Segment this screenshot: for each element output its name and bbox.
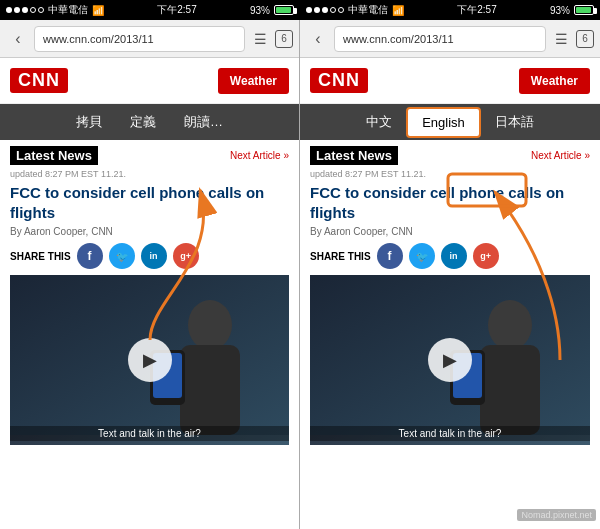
back-button-left[interactable]: ‹ xyxy=(6,27,30,51)
video-thumb-left[interactable]: ▶ Text and talk in the air? xyxy=(10,275,289,445)
time-left: 下午2:57 xyxy=(157,3,196,17)
svg-point-2 xyxy=(188,300,232,350)
context-english-right[interactable]: English xyxy=(406,107,481,138)
svg-rect-3 xyxy=(180,345,240,435)
section-label-left: Latest News xyxy=(10,146,98,165)
video-caption-right: Text and talk in the air? xyxy=(310,426,590,441)
next-article-left[interactable]: Next Article » xyxy=(230,150,289,161)
news-content-left: Latest News Next Article » updated 8:27 … xyxy=(0,140,299,529)
share-row-right: SHARE THIS f 🐦 in g+ xyxy=(310,243,590,269)
video-caption-left: Text and talk in the air? xyxy=(10,426,289,441)
cnn-header-left: CNN Weather xyxy=(0,58,299,104)
context-chinese-right[interactable]: 中文 xyxy=(352,107,406,137)
context-copy-left[interactable]: 拷貝 xyxy=(62,107,116,137)
share-label-left: SHARE THIS xyxy=(10,251,71,262)
signal-dots-right xyxy=(306,7,344,13)
menu-icon-right[interactable]: ☰ xyxy=(550,28,572,50)
url-bar-left[interactable]: www.cnn.com/2013/11 xyxy=(34,26,245,52)
battery-left: 93% xyxy=(250,5,270,16)
share-label-right: SHARE THIS xyxy=(310,251,371,262)
weather-button-left[interactable]: Weather xyxy=(218,68,289,94)
facebook-btn-left[interactable]: f xyxy=(77,243,103,269)
updated-text-right: updated 8:27 PM EST 11.21. xyxy=(310,169,590,179)
url-text-right: www.cnn.com/2013/11 xyxy=(343,33,454,45)
facebook-btn-right[interactable]: f xyxy=(377,243,403,269)
twitter-btn-left[interactable]: 🐦 xyxy=(109,243,135,269)
battery-icon-left xyxy=(274,5,294,15)
weather-button-right[interactable]: Weather xyxy=(519,68,590,94)
linkedin-btn-left[interactable]: in xyxy=(141,243,167,269)
share-row-left: SHARE THIS f 🐦 in g+ xyxy=(10,243,289,269)
wifi-icon-right: 📶 xyxy=(392,5,404,16)
gplus-btn-left[interactable]: g+ xyxy=(173,243,199,269)
tabs-icon-left[interactable]: 6 xyxy=(275,30,293,48)
tabs-icon-right[interactable]: 6 xyxy=(576,30,594,48)
menu-icon-left[interactable]: ☰ xyxy=(249,28,271,50)
battery-right: 93% xyxy=(550,5,570,16)
carrier-right: 中華電信 xyxy=(348,3,388,17)
phone-panel-right: ‹ www.cnn.com/2013/11 ☰ 6 CNN Weather 中文… xyxy=(300,20,600,529)
time-right: 下午2:57 xyxy=(457,3,496,17)
context-read-left[interactable]: 朗讀… xyxy=(170,107,237,137)
watermark: Nomad.pixnet.net xyxy=(517,509,596,521)
svg-point-8 xyxy=(488,300,532,350)
cnn-header-right: CNN Weather xyxy=(300,58,600,104)
news-content-right: Latest News Next Article » updated 8:27 … xyxy=(300,140,600,529)
article-title-right: FCC to consider cell phone calls on flig… xyxy=(310,183,590,222)
cnn-logo-right[interactable]: CNN xyxy=(310,68,368,93)
back-button-right[interactable]: ‹ xyxy=(306,27,330,51)
updated-text-left: updated 8:27 PM EST 11.21. xyxy=(10,169,289,179)
context-japanese-right[interactable]: 日本語 xyxy=(481,107,548,137)
phone-panel-left: ‹ www.cnn.com/2013/11 ☰ 6 CNN Weather 拷貝… xyxy=(0,20,300,529)
carrier-left: 中華電信 xyxy=(48,3,88,17)
context-menu-left: 拷貝 定義 朗讀… xyxy=(0,104,299,140)
address-bar-left: ‹ www.cnn.com/2013/11 ☰ 6 xyxy=(0,20,299,58)
url-bar-right[interactable]: www.cnn.com/2013/11 xyxy=(334,26,546,52)
play-button-right[interactable]: ▶ xyxy=(428,338,472,382)
context-menu-right: 中文 English 日本語 xyxy=(300,104,600,140)
signal-dots-left xyxy=(6,7,44,13)
battery-icon-right xyxy=(574,5,594,15)
play-button-left[interactable]: ▶ xyxy=(128,338,172,382)
gplus-btn-right[interactable]: g+ xyxy=(473,243,499,269)
article-byline-left: By Aaron Cooper, CNN xyxy=(10,226,289,237)
article-title-left: FCC to consider cell phone calls on flig… xyxy=(10,183,289,222)
article-byline-right: By Aaron Cooper, CNN xyxy=(310,226,590,237)
next-article-right[interactable]: Next Article » xyxy=(531,150,590,161)
url-text-left: www.cnn.com/2013/11 xyxy=(43,33,154,45)
svg-rect-9 xyxy=(480,345,540,435)
wifi-icon-left: 📶 xyxy=(92,5,104,16)
cnn-logo-left[interactable]: CNN xyxy=(10,68,68,93)
section-label-right: Latest News xyxy=(310,146,398,165)
address-bar-right: ‹ www.cnn.com/2013/11 ☰ 6 xyxy=(300,20,600,58)
twitter-btn-right[interactable]: 🐦 xyxy=(409,243,435,269)
context-define-left[interactable]: 定義 xyxy=(116,107,170,137)
video-thumb-right[interactable]: ▶ Text and talk in the air? xyxy=(310,275,590,445)
linkedin-btn-right[interactable]: in xyxy=(441,243,467,269)
